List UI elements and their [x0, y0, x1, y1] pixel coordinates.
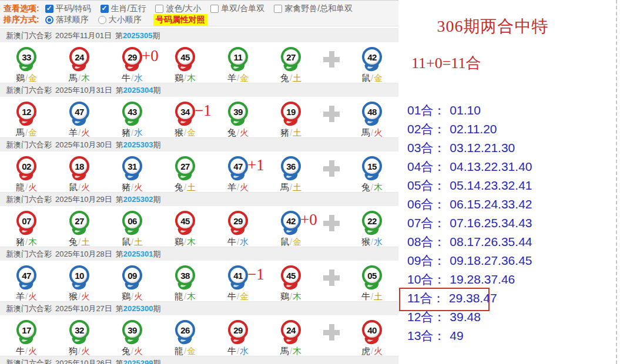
lottery-ball: 42: [281, 211, 301, 235]
lottery-ball: 12: [16, 102, 36, 126]
checkbox-icon: [155, 5, 163, 13]
gap-annotation: +0: [142, 47, 159, 65]
ball-cell: 26龍/金: [159, 315, 212, 356]
lottery-name: 新澳门六合彩: [6, 140, 52, 150]
ball-number: 39: [233, 107, 243, 117]
combo-group-row: 13合：49: [407, 326, 532, 345]
special-ball-cell: 40虎/火: [346, 315, 398, 356]
lottery-ball: 02: [16, 156, 36, 180]
ball-number: 12: [22, 107, 31, 117]
draw-results-list: 新澳门六合彩2025年11月01日第2025305期 33鷄/金 24馬/木 2…: [0, 28, 398, 364]
checkbox-danshuang[interactable]: 单双/合单双: [210, 4, 264, 14]
lottery-ball: 45: [175, 211, 195, 235]
lottery-name: 新澳门六合彩: [6, 85, 52, 96]
zodiac-element-label: 兔/火: [227, 128, 249, 137]
checkbox-shengxiao-wuxing[interactable]: 生肖/五行: [100, 4, 146, 14]
lottery-name: 新澳门六合彩: [6, 358, 52, 364]
draw-row: 新澳门六合彩2025年10月30日第2025303期 02龍/火 18鼠/火 3…: [0, 137, 398, 192]
ball-cell: 39兔/火: [106, 315, 159, 356]
zodiac-element-label: 龍/火: [16, 183, 37, 192]
lottery-ball: 27: [281, 47, 301, 71]
ball-cell: 45鷄/木: [159, 206, 212, 247]
ball-number: 41: [233, 271, 243, 281]
combo-group-row: 10合：19.28.37.46: [407, 270, 532, 289]
lottery-ball: 29: [228, 211, 248, 235]
combo-group-row: 05合：05.14.23.32.41: [407, 176, 532, 195]
ball-number: 10: [75, 271, 84, 281]
plus-separator: [317, 97, 346, 137]
ball-number: 47: [22, 271, 31, 281]
ball-cell: 27兔/土: [53, 206, 106, 247]
period-number: 2025302: [123, 195, 153, 204]
checkbox-jiaqin-yeshou[interactable]: 家禽野兽/总和单双: [274, 4, 353, 14]
ball-number: 45: [180, 216, 190, 226]
zodiac-element-label: 虎/火: [361, 346, 383, 356]
draw-row: 新澳门六合彩2025年10月28日第2025301期 47羊/火 10猴/火 0…: [0, 247, 398, 301]
ball-number: 24: [75, 52, 84, 62]
radio-luoqiu-order[interactable]: 落球顺序: [45, 15, 89, 25]
gap-annotation: −1: [247, 265, 264, 284]
sort-options-label: 排序方式:: [4, 15, 39, 25]
draw-row: 新澳门六合彩2025年10月29日第2025302期 07豬/木 27兔/土 0…: [0, 192, 398, 247]
ball-number: 29: [128, 52, 137, 62]
ball-number: 15: [367, 161, 377, 171]
zodiac-element-label: 兔/火: [122, 346, 143, 356]
special-ball-cell: 48馬/火: [346, 97, 398, 137]
ball-cell: 39兔/火: [212, 97, 264, 137]
ball-number: 38: [180, 271, 190, 281]
ball-number: 43: [128, 107, 137, 117]
checkbox-pingma-tema[interactable]: 平码/特码: [45, 4, 91, 14]
lottery-ball: 39: [122, 320, 142, 344]
panel-formula: 11+0=11合: [411, 53, 481, 73]
balls-row: 07豬/木 27兔/土 06鼠/土 45鷄/木 29牛/水 42鼠/金+0 22…: [0, 206, 398, 247]
zodiac-element-label: 猴/水: [361, 237, 383, 247]
lottery-ball: 41: [228, 265, 248, 289]
draw-header: 新澳门六合彩2025年11月01日第2025305期: [0, 28, 398, 42]
zodiac-element-label: 馬/土: [280, 183, 301, 192]
zodiac-element-label: 牛/水: [227, 346, 249, 356]
zodiac-element-label: 狗/火: [69, 346, 90, 356]
plus-separator: [317, 261, 346, 301]
plus-icon: [323, 106, 340, 122]
special-ball-cell: 15兔/木: [346, 151, 398, 192]
plus-icon: [323, 160, 340, 177]
zodiac-element-label: 鷄/木: [280, 292, 301, 301]
plus-icon: [323, 51, 340, 68]
checkbox-bose-daxiao[interactable]: 波色/大小: [155, 4, 201, 14]
draw-header: 新澳门六合彩2025年10月31日第2025304期: [0, 83, 398, 97]
ball-cell: 17牛/火: [0, 315, 53, 356]
zodiac-element-label: 牛/水: [122, 73, 143, 83]
ball-cell: 29牛/水+0: [106, 42, 159, 83]
ball-number: 27: [75, 216, 84, 226]
zodiac-element-label: 鷄/木: [175, 73, 196, 83]
lottery-ball: 27: [69, 211, 89, 235]
plus-separator: [317, 315, 346, 356]
checkbox-icon: [45, 5, 53, 13]
ball-cell: 09鷄/火: [106, 261, 159, 301]
ball-cell: 33鷄/金: [0, 42, 53, 83]
view-options-label: 查看选项:: [4, 4, 39, 14]
lottery-ball: 15: [362, 156, 382, 180]
lottery-ball: 11: [228, 47, 248, 71]
draw-date: 2025年11月01日: [55, 31, 112, 41]
lottery-ball: 24: [69, 47, 89, 71]
ball-number: 33: [22, 52, 31, 62]
draw-row: 新澳门六合彩2025年11月01日第2025305期 33鷄/金 24馬/木 2…: [0, 28, 398, 83]
draw-header: 新澳门六合彩2025年10月27日第2025300期: [0, 301, 398, 315]
number-attribute-compare-button[interactable]: 号码属性对照: [153, 14, 207, 26]
radio-daxiao-order[interactable]: 大小顺序: [98, 15, 142, 25]
ball-number: 32: [75, 325, 84, 335]
ball-cell: 34猴/金−1: [159, 97, 212, 137]
lottery-name: 新澳门六合彩: [6, 304, 52, 314]
zodiac-element-label: 馬/金: [16, 128, 37, 137]
draw-date: 2025年10月29日: [55, 194, 112, 205]
balls-row: 02龍/火 18鼠/火 31豬/火 27兔/土 47羊/火+1 36馬/土 15…: [0, 151, 398, 192]
ball-number: 26: [180, 325, 190, 335]
ball-cell: 38龍/木: [159, 261, 212, 301]
ball-cell: 29牛/水: [212, 315, 264, 356]
ball-cell: 31豬/火: [106, 151, 159, 192]
combo-group-row: 02合：02.11.20: [407, 120, 532, 139]
ball-number: 27: [180, 161, 190, 171]
balls-row: 47羊/火 10猴/火 09鷄/火 38龍/木 41牛/金−1 45鷄/木 05…: [0, 261, 398, 301]
combo-group-row-highlighted: 11合：29.38.47: [407, 289, 532, 308]
